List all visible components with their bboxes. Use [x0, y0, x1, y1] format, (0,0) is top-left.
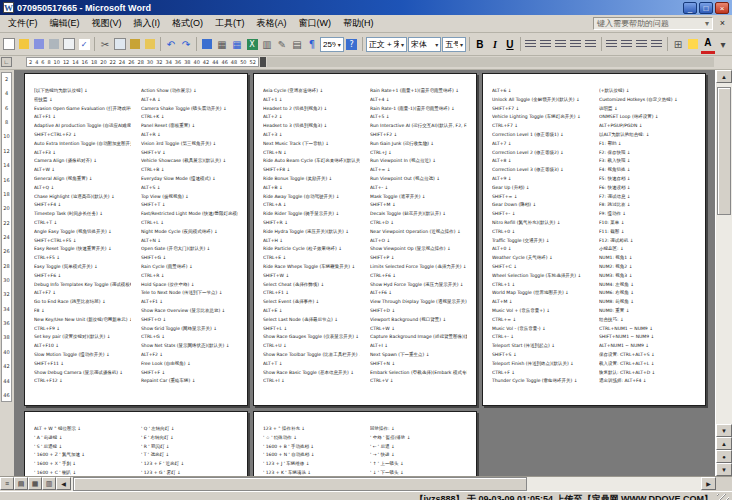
- select-browse-object-button[interactable]: ●: [716, 450, 732, 463]
- insert-table-icon[interactable]: ▦: [230, 36, 244, 53]
- menu-item-4[interactable]: 插入(I): [128, 16, 167, 31]
- zoom-combo[interactable]: 25%▾: [320, 37, 344, 52]
- resize-grip[interactable]: [717, 494, 729, 500]
- columns-icon[interactable]: ▥: [260, 36, 274, 53]
- word-window: W 070950517665 - Microsoft Word _ □ × 文件…: [0, 0, 732, 500]
- menu-item-8[interactable]: 窗口(W): [293, 16, 338, 31]
- font-color-button[interactable]: A: [701, 34, 715, 54]
- decrease-indent-icon[interactable]: [635, 36, 649, 53]
- document-canvas[interactable]: [以下热键均为默认按键] ↓密技篇 ↓Evasion Open Game Eva…: [14, 70, 715, 476]
- horizontal-scroll-thumb[interactable]: [73, 477, 527, 491]
- vertical-scroll-track[interactable]: [716, 83, 732, 424]
- menu-item-3[interactable]: 视图(V): [86, 16, 128, 31]
- document-page-4[interactable]: ALT + W ° 键位图示 ↓' A ' 前进键 ↓' S ' 后退键 ↓' …: [24, 411, 248, 476]
- doc-text-line: SHIFT+D ↓: [370, 307, 467, 316]
- bold-button[interactable]: B: [473, 36, 487, 53]
- redo-icon[interactable]: ↷: [179, 36, 193, 53]
- align-center-icon[interactable]: [539, 36, 553, 53]
- new-document-icon[interactable]: [2, 36, 16, 53]
- doc-text-line: Camera Shake Toggle (镜头震动开关) ↓: [141, 105, 238, 114]
- open-folder-icon[interactable]: [17, 36, 31, 53]
- vertical-scrollbar[interactable]: ▲ ▼ ▲ ● ▼: [715, 70, 732, 476]
- scroll-down-arrow[interactable]: ▼: [716, 424, 732, 437]
- doc-text-line: Teleport Start (传送到起点) ↓: [492, 342, 589, 351]
- doc-text-line: Embark Selection (登载选择)(Embark 模式专用) ↓: [370, 369, 467, 378]
- document-map-icon[interactable]: ▤: [290, 36, 304, 53]
- align-left-icon[interactable]: [524, 36, 538, 53]
- chevron-down-icon[interactable]: ▾: [460, 41, 463, 48]
- toolbar-overflow-icon[interactable]: ▾: [716, 36, 730, 53]
- style-combo[interactable]: 正文 + 宋体▾: [366, 37, 407, 52]
- size-combo[interactable]: 五号▾: [442, 37, 466, 52]
- minimize-button[interactable]: _: [683, 2, 697, 14]
- scroll-up-arrow[interactable]: ▲: [716, 70, 732, 83]
- doc-text-line: Go to End Race (跳至比赛结尾) ↓: [34, 298, 131, 307]
- document-page-1[interactable]: [以下热键均为默认按键] ↓密技篇 ↓Evasion Open Game Eva…: [24, 73, 248, 406]
- undo-icon[interactable]: ↶: [164, 36, 178, 53]
- scroll-left-arrow[interactable]: ◀: [56, 477, 71, 490]
- cut-icon[interactable]: ✂: [98, 36, 112, 53]
- italic-button[interactable]: I: [488, 36, 502, 53]
- drawing-icon[interactable]: ✎: [275, 36, 289, 53]
- insert-excel-icon[interactable]: X: [245, 36, 259, 53]
- toolbar-separator: [667, 37, 668, 51]
- print-layout-view-button[interactable]: ▦: [28, 477, 42, 490]
- menu-item-5[interactable]: 格式(O): [166, 16, 209, 31]
- outline-view-button[interactable]: ▥: [42, 477, 56, 490]
- font-combo[interactable]: 宋体▾: [408, 37, 441, 52]
- chevron-down-icon[interactable]: ▾: [401, 41, 404, 48]
- spelling-icon[interactable]: ✓: [77, 36, 91, 53]
- doc-text-line: CTRL+I ↓: [263, 377, 360, 386]
- menu-item-2[interactable]: 编辑(E): [44, 16, 86, 31]
- borders-icon[interactable]: ⊞: [671, 36, 685, 53]
- copy-icon[interactable]: [113, 36, 127, 53]
- normal-view-button[interactable]: ≡: [0, 477, 14, 490]
- paste-icon[interactable]: [128, 36, 142, 53]
- horizontal-scroll-track[interactable]: [71, 477, 701, 491]
- horizontal-scrollbar[interactable]: ≡▤▦▥ ◀ ▶: [0, 476, 732, 491]
- web-layout-view-button[interactable]: ▤: [14, 477, 28, 490]
- line-spacing-icon[interactable]: [584, 36, 598, 53]
- align-right-icon[interactable]: [554, 36, 568, 53]
- increase-indent-icon[interactable]: [650, 36, 664, 53]
- doc-text-line: 密技篇 ↓: [34, 96, 131, 105]
- doc-text-line: CTRL+F5 ↓: [34, 254, 131, 263]
- document-page-5[interactable]: 123 + ° 操作补充 ↓' ☆ ' 特殊动作 ↓' 1600 + B ' 手…: [253, 411, 477, 476]
- tables-borders-icon[interactable]: ▦: [215, 36, 229, 53]
- hyperlink-icon[interactable]: [200, 36, 214, 53]
- document-page-3[interactable]: ALT+6 ↓Unlock All Toggle (全解锁开关)(默认关) ↓S…: [482, 73, 706, 406]
- document-page-2[interactable]: Asia Cycle (亚洲赛道循环) ↓ALT+1 ↓Headset to 2…: [253, 73, 477, 406]
- maximize-button[interactable]: □: [699, 2, 713, 14]
- doc-text-line: Fast/Restricted Light Mode (快速/受限灯光模式) ↓: [141, 210, 238, 219]
- tab-selector-button[interactable]: ∟: [1, 57, 12, 67]
- show-hide-marks-icon[interactable]: ¶: [305, 36, 319, 53]
- doc-text-line: CTRL+1 ↓: [492, 281, 589, 290]
- vertical-scroll-thumb[interactable]: [717, 87, 731, 215]
- doc-text-line: NUM6: 右视角 ↓: [599, 289, 696, 298]
- highlight-icon[interactable]: [686, 36, 700, 53]
- print-preview-icon[interactable]: [62, 36, 76, 53]
- previous-page-button[interactable]: ▲: [716, 437, 732, 450]
- doc-text-line: ALT+O ↓: [370, 237, 467, 246]
- chevron-down-icon[interactable]: ▾: [435, 41, 438, 48]
- scroll-right-arrow[interactable]: ▶: [701, 477, 716, 490]
- next-page-button[interactable]: ▼: [716, 463, 732, 476]
- chevron-down-icon[interactable]: ▾: [338, 41, 341, 48]
- menu-item-7[interactable]: 表格(A): [251, 16, 293, 31]
- close-document-button[interactable]: ×: [716, 17, 729, 30]
- menu-item-1[interactable]: 文件(F): [2, 16, 44, 31]
- close-button[interactable]: ×: [715, 2, 729, 14]
- numbered-list-icon[interactable]: [605, 36, 619, 53]
- help-question-input[interactable]: 键入需要帮助的问题 ▾: [593, 17, 713, 30]
- underline-button[interactable]: U: [503, 36, 517, 53]
- save-icon[interactable]: [32, 36, 46, 53]
- align-justify-icon[interactable]: [569, 36, 583, 53]
- doc-text-line: ' A ' 前进键 ↓: [34, 434, 131, 443]
- format-painter-icon[interactable]: [143, 36, 157, 53]
- menu-item-6[interactable]: 工具(T): [209, 16, 251, 31]
- print-icon[interactable]: [47, 36, 61, 53]
- help-icon[interactable]: ?: [345, 36, 359, 53]
- bulleted-list-icon[interactable]: [620, 36, 634, 53]
- menu-item-9[interactable]: 帮助(H): [337, 16, 380, 31]
- ruler-margin-marker[interactable]: [260, 57, 266, 67]
